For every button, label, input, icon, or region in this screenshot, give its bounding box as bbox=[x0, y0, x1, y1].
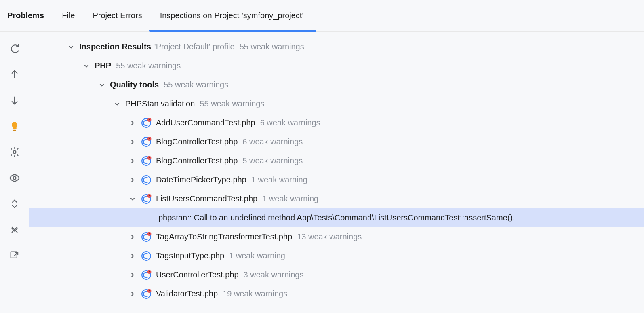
root-label: Inspection Results bbox=[79, 42, 151, 51]
tab-problems[interactable]: Problems bbox=[7, 0, 44, 31]
root-count: 55 weak warnings bbox=[240, 42, 304, 51]
chevron-down-icon bbox=[67, 43, 75, 51]
preview-eye-icon[interactable] bbox=[6, 169, 23, 187]
phpstan-count: 55 weak warnings bbox=[200, 99, 264, 108]
tab-file[interactable]: File bbox=[62, 0, 75, 31]
tree-quality-tools[interactable]: Quality tools 55 weak warnings bbox=[29, 75, 644, 94]
tab-label: File bbox=[62, 11, 75, 20]
file-name: ListUsersCommandTest.php bbox=[156, 194, 257, 203]
file-count: 13 weak warnings bbox=[297, 232, 362, 241]
chevron-right-icon bbox=[128, 157, 137, 165]
file-name: ValidatorTest.php bbox=[156, 289, 218, 298]
chevron-right-icon bbox=[128, 119, 137, 127]
tree-file[interactable]: BlogControllerTest.php6 weak warnings bbox=[29, 132, 644, 151]
chevron-right-icon bbox=[128, 252, 137, 260]
side-toolbar bbox=[0, 32, 29, 313]
tree-file[interactable]: UserControllerTest.php3 weak warnings bbox=[29, 265, 644, 284]
intention-bulb-icon[interactable] bbox=[6, 117, 23, 135]
quality-label: Quality tools bbox=[110, 80, 159, 89]
chevron-right-icon bbox=[128, 138, 137, 146]
chevron-down-icon bbox=[82, 62, 90, 70]
file-count: 6 weak warnings bbox=[260, 118, 320, 127]
tab-bar: Problems File Project Errors Inspections… bbox=[0, 0, 644, 32]
svg-point-1 bbox=[13, 151, 16, 154]
file-count: 1 weak warning bbox=[229, 251, 285, 260]
php-class-icon bbox=[141, 193, 152, 205]
tree-file[interactable]: DateTimePickerType.php1 weak warning bbox=[29, 170, 644, 189]
phpstan-label: PHPStan validation bbox=[125, 99, 195, 108]
php-class-icon bbox=[141, 288, 152, 300]
php-class-icon bbox=[141, 117, 152, 129]
file-name: TagsInputType.php bbox=[156, 251, 224, 260]
svg-rect-3 bbox=[11, 252, 17, 258]
php-class-icon bbox=[141, 269, 152, 281]
file-count: 1 weak warning bbox=[251, 175, 307, 184]
php-label: PHP bbox=[95, 61, 111, 70]
file-name: AddUserCommandTest.php bbox=[156, 118, 255, 127]
chevron-right-icon bbox=[128, 176, 137, 184]
file-count: 1 weak warning bbox=[262, 194, 318, 203]
tab-project-errors[interactable]: Project Errors bbox=[93, 0, 142, 31]
expand-collapse-icon[interactable] bbox=[6, 195, 23, 213]
tree-file[interactable]: ValidatorTest.php19 weak warnings bbox=[29, 284, 644, 303]
svg-point-2 bbox=[13, 177, 16, 180]
tab-label: Project Errors bbox=[93, 11, 142, 20]
file-count: 19 weak warnings bbox=[223, 289, 287, 298]
root-profile: 'Project Default' profile bbox=[154, 42, 235, 51]
tree-file[interactable]: TagArrayToStringTransformerTest.php13 we… bbox=[29, 227, 644, 246]
chevron-down-icon bbox=[98, 81, 106, 89]
php-class-icon bbox=[141, 136, 152, 148]
tab-label: Problems bbox=[7, 11, 44, 20]
tree-php[interactable]: PHP 55 weak warnings bbox=[29, 56, 644, 75]
php-class-icon bbox=[141, 155, 152, 167]
chevron-right-icon bbox=[128, 271, 137, 279]
tree-file[interactable]: BlogControllerTest.php5 weak warnings bbox=[29, 151, 644, 170]
file-count: 3 weak warnings bbox=[244, 270, 304, 279]
export-icon[interactable] bbox=[6, 247, 23, 264]
issue-text: phpstan:: Call to an undefined method Ap… bbox=[158, 213, 515, 222]
settings-gear-icon[interactable] bbox=[6, 143, 23, 161]
issue-row[interactable]: phpstan:: Call to an undefined method Ap… bbox=[29, 208, 644, 227]
chevron-right-icon bbox=[128, 233, 137, 241]
php-count: 55 weak warnings bbox=[116, 61, 181, 70]
tree-file[interactable]: TagsInputType.php1 weak warning bbox=[29, 246, 644, 265]
tree-file[interactable]: AddUserCommandTest.php6 weak warnings bbox=[29, 113, 644, 132]
file-name: UserControllerTest.php bbox=[156, 270, 239, 279]
php-class-icon bbox=[141, 174, 152, 186]
svg-rect-0 bbox=[13, 130, 16, 131]
file-name: BlogControllerTest.php bbox=[156, 156, 238, 165]
tree-root[interactable]: Inspection Results 'Project Default' pro… bbox=[29, 37, 644, 56]
refresh-button[interactable] bbox=[6, 40, 23, 57]
inspection-tree: Inspection Results 'Project Default' pro… bbox=[29, 32, 644, 313]
file-name: TagArrayToStringTransformerTest.php bbox=[156, 232, 292, 241]
php-class-icon bbox=[141, 250, 152, 262]
php-class-icon bbox=[141, 231, 152, 243]
tree-phpstan[interactable]: PHPStan validation 55 weak warnings bbox=[29, 94, 644, 113]
chevron-down-icon bbox=[113, 100, 121, 108]
file-name: BlogControllerTest.php bbox=[156, 137, 238, 146]
chevron-right-icon bbox=[128, 290, 137, 298]
chevron-down-icon bbox=[128, 195, 137, 203]
collapse-all-icon[interactable] bbox=[6, 221, 23, 239]
tab-label: Inspections on Project 'symfony_project' bbox=[160, 11, 304, 20]
next-button[interactable] bbox=[6, 91, 23, 109]
tree-file[interactable]: ListUsersCommandTest.php1 weak warning bbox=[29, 189, 644, 208]
previous-button[interactable] bbox=[6, 66, 23, 83]
file-count: 5 weak warnings bbox=[242, 156, 303, 165]
tab-inspections[interactable]: Inspections on Project 'symfony_project' bbox=[160, 0, 311, 31]
file-count: 6 weak warnings bbox=[242, 137, 303, 146]
file-name: DateTimePickerType.php bbox=[156, 175, 246, 184]
quality-count: 55 weak warnings bbox=[164, 80, 228, 89]
